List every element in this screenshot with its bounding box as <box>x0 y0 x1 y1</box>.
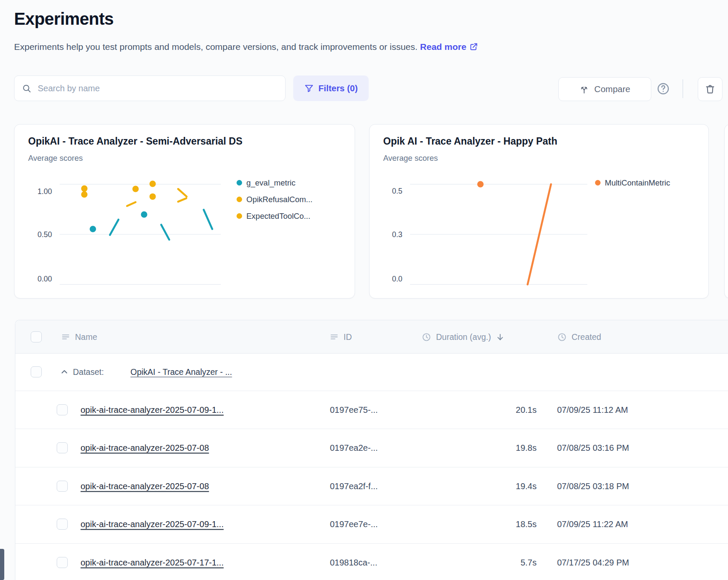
filter-funnel-icon <box>304 84 314 93</box>
read-more-label: Read more <box>420 42 467 52</box>
chart-title: Opik AI - Trace Analyzer - Happy Path <box>383 136 558 147</box>
row-checkbox[interactable] <box>57 519 68 530</box>
page-description-text: Experiments help you test prompts and mo… <box>14 42 418 52</box>
search-box[interactable] <box>14 75 286 101</box>
legend-label: ExpectedToolCo... <box>246 212 310 221</box>
compare-label: Compare <box>594 84 630 94</box>
search-icon <box>22 84 32 93</box>
chart-canvas <box>397 171 600 298</box>
legend-label: MultiContainMetric <box>605 178 670 188</box>
legend-item: OpikRefusalCom... <box>237 191 312 208</box>
experiments-page: Experiments Experiments help you test pr… <box>0 0 728 580</box>
data-line-segment <box>178 198 186 202</box>
dataset-checkbox[interactable] <box>31 366 42 377</box>
experiments-table: Name ID Duration (avg.) Created Dataset:… <box>15 320 728 580</box>
legend-dot-icon <box>237 213 242 219</box>
delete-button[interactable] <box>698 77 722 101</box>
data-point <box>81 186 87 192</box>
chart-title: OpikAI - Trace Analyzer - Semi-Adversari… <box>28 136 243 147</box>
column-header-id[interactable]: ID <box>329 320 352 354</box>
legend-item: MultiContainMetric <box>595 174 670 191</box>
experiment-created: 07/09/25 11:22 AM <box>557 519 628 529</box>
chart-subtitle: Average scores <box>28 154 83 163</box>
data-point <box>133 186 139 192</box>
data-line-segment <box>127 202 136 206</box>
axis-tick-label: 0.5 <box>358 186 402 196</box>
chart-canvas <box>47 171 234 298</box>
select-all-checkbox[interactable] <box>31 331 42 342</box>
page-title: Experiments <box>14 9 114 29</box>
dataset-link[interactable]: OpikAI - Trace Analyzer - ... <box>130 367 232 377</box>
data-line-segment <box>178 189 187 197</box>
column-header-name[interactable]: Name <box>61 320 97 354</box>
axis-tick-label: 0.50 <box>8 230 52 239</box>
experiment-name-link[interactable]: opik-ai-trace-analyzer-2025-07-17-1... <box>81 557 224 567</box>
axis-tick-label: 1.00 <box>8 187 52 196</box>
row-checkbox[interactable] <box>57 404 68 415</box>
experiment-row[interactable]: opik-ai-trace-analyzer-2025-07-17-1... 0… <box>15 544 728 580</box>
legend-item: ExpectedToolCo... <box>237 208 312 224</box>
experiment-id: 0197ee75-... <box>330 405 378 415</box>
experiment-row[interactable]: opik-ai-trace-analyzer-2025-07-09-1... 0… <box>15 505 728 544</box>
dataset-label: Dataset: <box>73 367 104 377</box>
chevron-up-icon[interactable] <box>59 367 69 377</box>
experiment-created: 07/08/25 03:18 PM <box>557 481 629 491</box>
chart-subtitle: Average scores <box>383 154 438 163</box>
experiment-name-link[interactable]: opik-ai-trace-analyzer-2025-07-08 <box>81 481 209 491</box>
row-checkbox[interactable] <box>57 557 68 568</box>
help-icon[interactable] <box>656 82 670 96</box>
experiment-chart-card-3 <box>724 124 728 299</box>
filters-label: Filters (0) <box>318 83 358 93</box>
experiment-row[interactable]: opik-ai-trace-analyzer-2025-07-08 0197ea… <box>15 467 728 506</box>
experiment-name-link[interactable]: opik-ai-trace-analyzer-2025-07-09-1... <box>81 519 224 529</box>
experiment-duration: 18.5s <box>420 519 537 529</box>
column-header-label: Duration (avg.) <box>436 332 491 342</box>
page-description: Experiments help you test prompts and mo… <box>14 42 478 52</box>
text-column-icon <box>329 332 339 342</box>
filters-button[interactable]: Filters (0) <box>293 75 369 101</box>
legend-label: g_eval_metric <box>246 178 295 188</box>
column-header-label: ID <box>344 332 352 342</box>
compare-button[interactable]: Compare <box>558 77 651 101</box>
experiment-duration: 5.7s <box>420 557 537 567</box>
row-checkbox[interactable] <box>57 481 68 492</box>
experiment-duration: 19.8s <box>420 443 537 453</box>
column-header-label: Created <box>572 332 601 342</box>
experiment-created: 07/08/25 03:16 PM <box>557 443 629 453</box>
chart-legend: MultiContainMetric <box>595 174 670 191</box>
experiment-name-link[interactable]: opik-ai-trace-analyzer-2025-07-09-1... <box>81 405 224 415</box>
legend-dot-icon <box>237 197 242 202</box>
column-header-duration[interactable]: Duration (avg.) <box>422 320 505 354</box>
data-line-segment <box>161 225 169 240</box>
data-point <box>477 181 484 188</box>
experiment-duration: 19.4s <box>420 481 537 491</box>
chart-legend: g_eval_metricOpikRefusalCom...ExpectedTo… <box>237 174 312 224</box>
search-input[interactable] <box>37 83 277 94</box>
clock-icon <box>422 332 431 342</box>
axis-tick-label: 0.3 <box>358 230 402 239</box>
axis-tick-label: 0.0 <box>358 274 402 284</box>
row-checkbox[interactable] <box>57 442 68 453</box>
toolbar-divider <box>682 79 683 98</box>
experiment-id: 0197ee7e-... <box>330 519 378 529</box>
legend-dot-icon <box>237 180 242 186</box>
data-line-segment <box>110 220 118 235</box>
experiment-created: 07/09/25 11:12 AM <box>557 405 628 415</box>
table-header-row: Name ID Duration (avg.) Created <box>15 320 728 354</box>
experiment-row[interactable]: opik-ai-trace-analyzer-2025-07-09-1... 0… <box>15 391 728 429</box>
experiment-id: 0197ea2f-f... <box>330 481 378 491</box>
data-point <box>81 191 87 197</box>
column-header-created[interactable]: Created <box>557 320 601 354</box>
experiment-row[interactable]: opik-ai-trace-analyzer-2025-07-08 0197ea… <box>15 429 728 467</box>
experiment-name-link[interactable]: opik-ai-trace-analyzer-2025-07-08 <box>81 443 209 453</box>
sort-desc-arrow-icon <box>496 333 505 342</box>
clock-icon <box>557 332 567 342</box>
axis-tick-label: 0.00 <box>8 274 52 284</box>
trash-icon <box>705 84 715 94</box>
dataset-group-row: Dataset: OpikAI - Trace Analyzer - ... <box>15 354 728 391</box>
data-point <box>150 181 156 187</box>
column-header-label: Name <box>75 332 97 342</box>
legend-item: g_eval_metric <box>237 174 312 191</box>
experiment-created: 07/17/25 04:29 PM <box>557 557 629 567</box>
read-more-link[interactable]: Read more <box>420 42 479 52</box>
